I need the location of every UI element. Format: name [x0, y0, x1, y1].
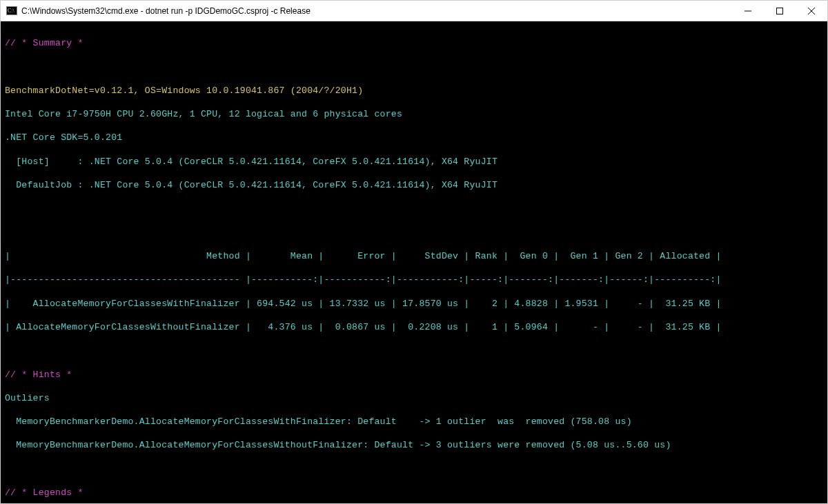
- section-header-legends: // * Legends *: [5, 487, 823, 498]
- maximize-button[interactable]: [764, 1, 796, 21]
- blank-line: [5, 203, 823, 214]
- env-line: [Host] : .NET Core 5.0.4 (CoreCLR 5.0.42…: [5, 156, 823, 168]
- blank-line: [5, 345, 823, 356]
- window-buttons: [732, 1, 827, 21]
- section-header-hints: // * Hints *: [5, 369, 823, 381]
- outlier-line: MemoryBenchmarkerDemo.AllocateMemoryForC…: [5, 416, 823, 427]
- close-button[interactable]: [796, 1, 827, 21]
- blank-line: [5, 61, 823, 72]
- svg-text:C:\: C:\: [8, 8, 15, 14]
- blank-line: [5, 463, 823, 475]
- env-line: .NET Core SDK=5.0.201: [5, 132, 823, 143]
- terminal-output[interactable]: // * Summary * BenchmarkDotNet=v0.12.1, …: [1, 21, 827, 503]
- minimize-button[interactable]: [732, 1, 764, 21]
- table-header: | Method | Mean | Error | StdDev | Rank …: [5, 250, 823, 262]
- table-row: | AllocateMemoryForClassesWithFinalizer …: [5, 298, 823, 310]
- section-header-summary: // * Summary *: [5, 37, 823, 49]
- cmd-icon: C:\: [6, 6, 17, 17]
- env-line: BenchmarkDotNet=v0.12.1, OS=Windows 10.0…: [5, 85, 823, 97]
- window-title: C:\Windows\System32\cmd.exe - dotnet run…: [21, 6, 732, 16]
- env-line: Intel Core i7-9750H CPU 2.60GHz, 1 CPU, …: [5, 108, 823, 120]
- outlier-line: MemoryBenchmarkerDemo.AllocateMemoryForC…: [5, 439, 823, 451]
- table-rule: |---------------------------------------…: [5, 274, 823, 285]
- outliers-label: Outliers: [5, 392, 823, 404]
- window-titlebar: C:\ C:\Windows\System32\cmd.exe - dotnet…: [1, 1, 827, 21]
- blank-line: [5, 227, 823, 239]
- table-row: | AllocateMemoryForClassesWithoutFinaliz…: [5, 321, 823, 333]
- env-line: DefaultJob : .NET Core 5.0.4 (CoreCLR 5.…: [5, 179, 823, 191]
- svg-rect-2: [777, 8, 783, 14]
